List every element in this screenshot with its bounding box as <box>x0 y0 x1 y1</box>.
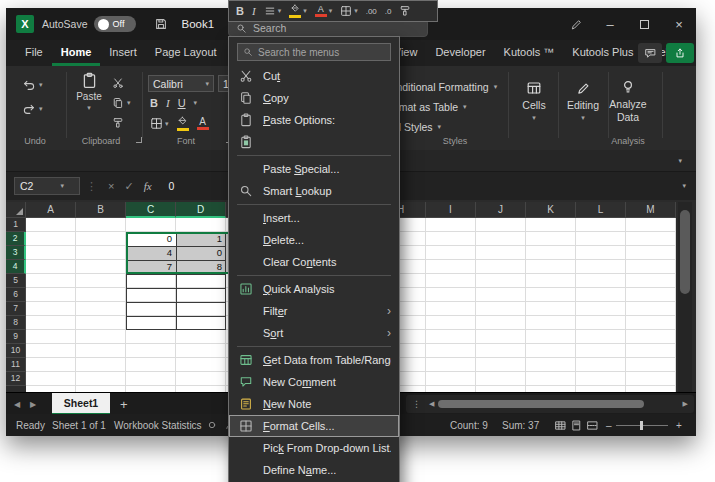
row-header-2[interactable]: 2 <box>6 232 26 246</box>
editing-button[interactable]: Editing▾ <box>562 72 604 130</box>
macro-record-icon[interactable] <box>206 414 218 436</box>
paste-option-button[interactable] <box>229 131 399 153</box>
cell-D2[interactable]: 1 <box>176 232 226 246</box>
redo-button[interactable]: ▾ <box>22 100 43 118</box>
format-painter-icon[interactable] <box>112 114 124 132</box>
sheet-tab-sheet1[interactable]: Sheet1 <box>52 393 110 415</box>
cell-C4[interactable]: 7 <box>126 260 176 274</box>
tab-home[interactable]: Home <box>52 40 101 66</box>
cell-D3[interactable]: 0 <box>176 246 226 260</box>
enter-icon[interactable]: ✓ <box>124 180 133 193</box>
font-color-button[interactable]: A▾ <box>313 2 335 20</box>
zoom-out-button[interactable]: – <box>606 414 612 436</box>
column-header-L[interactable]: L <box>576 202 626 218</box>
workbook-statistics-button[interactable]: Workbook Statistics <box>114 414 202 436</box>
vertical-scrollbar-thumb[interactable] <box>680 210 690 294</box>
underline-button[interactable]: U <box>178 97 186 109</box>
column-header-K[interactable]: K <box>526 202 576 218</box>
bold-button[interactable]: B <box>150 97 158 109</box>
menu-item-cut[interactable]: Cut <box>229 65 399 87</box>
menu-item-insert[interactable]: Insert... <box>229 207 399 229</box>
row-header-10[interactable]: 10 <box>6 344 26 358</box>
menu-item-quick-analysis[interactable]: Quick Analysis <box>229 278 399 300</box>
fill-color-button[interactable] <box>177 116 189 131</box>
menu-search-box[interactable]: Search the menus <box>237 43 391 61</box>
row-header-12[interactable]: 12 <box>6 372 26 386</box>
cells-button[interactable]: Cells▾ <box>514 72 554 130</box>
name-box[interactable]: C2▾ <box>14 177 80 195</box>
menu-item-sort[interactable]: Sort› <box>229 322 399 344</box>
column-header-C[interactable]: C <box>126 202 176 218</box>
row-header-9[interactable]: 9 <box>6 330 26 344</box>
scroll-left-icon[interactable]: ◀ <box>429 400 434 408</box>
italic-button[interactable]: I <box>166 97 170 109</box>
column-header-D[interactable]: D <box>176 202 226 218</box>
excel-app-icon[interactable]: X <box>16 15 34 33</box>
menu-item-format-cells[interactable]: Format Cells... <box>229 415 399 437</box>
share-button[interactable] <box>666 43 694 63</box>
font-name-combo[interactable]: Calibri▾ <box>148 75 214 92</box>
borders-button[interactable]: ▾ <box>150 117 169 130</box>
row-header-4[interactable]: 4 <box>6 260 26 274</box>
zoom-in-button[interactable]: + <box>676 414 682 436</box>
menu-item-filter[interactable]: Filter› <box>229 300 399 322</box>
select-all-corner[interactable] <box>6 202 26 218</box>
normal-view-icon[interactable] <box>554 414 567 436</box>
expand-formula-bar-icon[interactable]: ▾ <box>682 182 686 190</box>
copy-button[interactable]: ▾ <box>112 94 131 112</box>
tab-insert[interactable]: Insert <box>100 40 146 66</box>
list-button[interactable]: ▾ <box>262 2 284 20</box>
increase-decimal-button[interactable]: .00 <box>364 2 379 20</box>
menu-item-clear-contents[interactable]: Clear Contents <box>229 251 399 273</box>
column-header-B[interactable]: B <box>76 202 126 218</box>
menu-item-define-name[interactable]: Define Name... <box>229 459 399 481</box>
page-layout-view-icon[interactable] <box>570 414 583 436</box>
tab-kutools-plus[interactable]: Kutools Plus <box>563 40 642 66</box>
menu-item-paste-options[interactable]: Paste Options: <box>229 109 399 131</box>
column-header-A[interactable]: A <box>26 202 76 218</box>
row-header-1[interactable]: 1 <box>6 218 26 232</box>
save-icon[interactable] <box>154 17 168 31</box>
add-sheet-button[interactable]: + <box>120 393 128 415</box>
fill-color-button[interactable]: ▾ <box>287 2 309 20</box>
row-header-3[interactable]: 3 <box>6 246 26 260</box>
maximize-button[interactable] <box>628 8 660 40</box>
prev-sheet-button[interactable]: ◀ <box>14 393 20 415</box>
next-sheet-button[interactable]: ▶ <box>30 393 36 415</box>
cancel-icon[interactable]: × <box>108 180 114 192</box>
menu-item-new-note[interactable]: New Note <box>229 393 399 415</box>
bold-button[interactable]: B <box>234 2 246 20</box>
pen-icon[interactable] <box>564 12 588 36</box>
cell-C2[interactable]: 0 <box>126 232 176 246</box>
column-header-J[interactable]: J <box>476 202 526 218</box>
tab-file[interactable]: File <box>16 40 52 66</box>
insert-function-button[interactable]: fx <box>144 180 152 192</box>
row-header-8[interactable]: 8 <box>6 316 26 330</box>
menu-item-pick-from-drop-down-list[interactable]: Pick From Drop-down List... <box>229 437 399 459</box>
menu-item-get-data-from-table-range[interactable]: Get Data from Table/Range... <box>229 349 399 371</box>
row-header-6[interactable]: 6 <box>6 288 26 302</box>
format-painter-button[interactable] <box>397 2 413 20</box>
menu-item-delete[interactable]: Delete... <box>229 229 399 251</box>
menu-item-paste-special[interactable]: Paste Special... <box>229 158 399 180</box>
zoom-slider[interactable] <box>616 414 668 436</box>
analyze-data-button[interactable]: Analyze Data <box>606 72 650 130</box>
scroll-right-icon[interactable]: ▶ <box>683 400 688 408</box>
borders-button[interactable]: ▾ <box>338 2 360 20</box>
cell-C3[interactable]: 4 <box>126 246 176 260</box>
column-header-I[interactable]: I <box>426 202 476 218</box>
italic-button[interactable]: I <box>250 2 258 20</box>
zoom-slider-knob[interactable] <box>640 421 643 430</box>
cut-button[interactable] <box>112 74 124 92</box>
tab-developer[interactable]: Developer <box>426 40 494 66</box>
menu-item-copy[interactable]: Copy <box>229 87 399 109</box>
collapse-ribbon-icon[interactable]: ▾ <box>678 157 682 165</box>
close-button[interactable]: × <box>662 8 696 40</box>
undo-button[interactable]: ▾ <box>22 76 43 94</box>
column-header-M[interactable]: M <box>626 202 676 218</box>
row-header-11[interactable]: 11 <box>6 358 26 372</box>
menu-item-new-comment[interactable]: New Comment <box>229 371 399 393</box>
horizontal-scrollbar[interactable]: ⋮ ◀ ▶ <box>406 395 694 413</box>
minimize-button[interactable]: – <box>594 8 626 40</box>
autosave-toggle[interactable]: Off <box>94 16 136 32</box>
